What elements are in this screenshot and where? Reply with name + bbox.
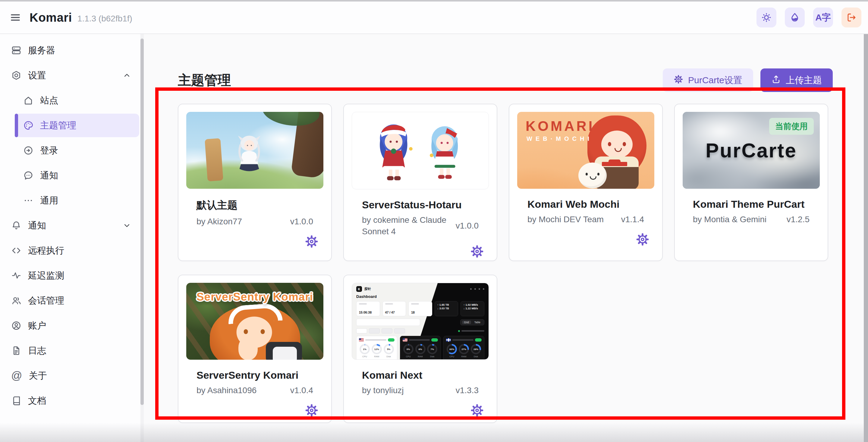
theme-settings-button[interactable]: [470, 244, 484, 258]
app-version: 1.1.3 (b62fb1f): [78, 14, 132, 24]
theme-preview-image: K探针Dashboard15:06:3847 / 4718↑ 1.65 TB↓ …: [352, 283, 489, 360]
mini-server-card: 60%CPU27%RAM28%Disk: [443, 336, 484, 360]
mini-stat-card: 18: [408, 301, 432, 316]
upload-theme-button[interactable]: 上传主题: [761, 68, 833, 92]
mini-view-toggle: GridTable: [460, 319, 484, 325]
mini-stat-card: ↑ 1.02 MB/s↓ 1.22 MB/s: [461, 301, 484, 316]
theme-card: ServerSentry KomariServerSentry Komariby…: [178, 275, 332, 423]
sidebar-item-label: 站点: [40, 94, 58, 107]
mini-server-card: 0%CPU6%RAM7%Disk: [400, 336, 441, 360]
sidebar-nav: 服务器设置站点主题管理登录通知通用通知远程执行延迟监测会话管理账户日志@关于文档: [0, 34, 144, 412]
theme-light-button[interactable]: [756, 7, 776, 27]
theme-title: ServerSentry Komari: [196, 369, 313, 381]
at-icon: @: [11, 370, 22, 381]
sidebar-item-latency-monitoring[interactable]: 延迟监测: [4, 264, 139, 287]
mini-dashboard-title: Dashboard: [356, 294, 484, 299]
flag-icon: [403, 338, 407, 342]
theme-card: PurCarte当前使用Komari Theme PurCartby Monti…: [674, 104, 828, 261]
theme-preview-image: PurCarte当前使用: [683, 112, 820, 189]
theme-preview-image: KOMARIWEB·MOCHI: [517, 112, 654, 189]
page-header-row: 主题管理 PurCarte设置 上传主题: [178, 68, 833, 92]
theme-author: by Akizon77: [196, 216, 287, 227]
theme-version: v1.0.4: [290, 386, 313, 395]
theme-preview-image: ServerSentry Komari: [186, 283, 323, 360]
sidebar-item-label: 日志: [28, 345, 46, 357]
anime-girl-illustration: [231, 133, 267, 178]
main-content: 主题管理 PurCarte设置 上传主题 默认主题by Akizon77v1.0…: [144, 34, 868, 442]
theme-preview-image: [186, 112, 323, 189]
purcarte-settings-label: PurCarte设置: [688, 74, 742, 87]
mini-logo: K: [356, 286, 362, 292]
sidebar-item-label: 账户: [28, 320, 46, 332]
decor: [609, 159, 621, 166]
sidebar-item-label: 登录: [40, 144, 58, 157]
sidebar-item-about[interactable]: @关于: [4, 364, 139, 387]
online-badge: [431, 338, 438, 342]
menu-button[interactable]: [7, 9, 24, 26]
sidebar-item-label: 远程执行: [28, 244, 64, 257]
login-icon: [23, 145, 33, 155]
sidebar-item-docs[interactable]: 文档: [4, 389, 139, 412]
theme-settings-button[interactable]: [636, 232, 650, 246]
online-badge: [475, 338, 482, 342]
sidebar-item-remote-execution[interactable]: 远程执行: [4, 239, 139, 262]
sidebar-item-site[interactable]: 站点: [15, 89, 139, 112]
server-icon: [11, 45, 22, 56]
sidebar-item-label: 通知: [40, 170, 58, 182]
theme-settings-button[interactable]: [470, 404, 484, 417]
upload-theme-label: 上传主题: [786, 74, 822, 87]
language-button[interactable]: A字: [813, 7, 833, 27]
theme-settings-button[interactable]: [305, 235, 318, 248]
theme-version: v1.2.5: [786, 215, 809, 224]
preview-subtitle-text: WEB·MOCHI: [527, 136, 592, 142]
theme-preview-image: [352, 112, 489, 189]
main-scrollbar[interactable]: [864, 34, 868, 442]
decor: [470, 288, 484, 290]
theme-card: K探针Dashboard15:06:3847 / 4718↑ 1.65 TB↓ …: [343, 275, 497, 423]
sidebar-item-logs[interactable]: 日志: [4, 339, 139, 362]
activity-icon: [11, 270, 22, 281]
mini-stat-card: 47 / 47: [382, 301, 406, 316]
sidebar-item-login[interactable]: 登录: [15, 139, 139, 162]
sidebar-scrollbar[interactable]: [141, 34, 144, 442]
color-appearance-button[interactable]: [785, 7, 805, 27]
page-title: 主题管理: [178, 71, 231, 89]
home-icon: [23, 95, 33, 106]
theme-version: v1.3.3: [456, 386, 478, 395]
chibi-girls-illustration: [352, 112, 489, 189]
sidebar-item-session-management[interactable]: 会话管理: [4, 289, 139, 312]
drop-icon: [789, 12, 800, 23]
flag-icon: [446, 338, 451, 342]
theme-title: Komari Theme PurCart: [693, 198, 809, 210]
sidebar-item-label: 关于: [29, 370, 47, 382]
log-icon: [11, 346, 22, 356]
decor: [205, 138, 223, 181]
sidebar-item-notifications[interactable]: 通知: [4, 214, 139, 237]
mini-stat-card: ↑ 1.65 TB↓ 3.03 TB: [435, 301, 458, 316]
settings-icon: [11, 70, 22, 81]
sidebar-item-label: 通知: [28, 219, 46, 232]
theme-author: by cokemine & Claude Sonnet 4: [362, 214, 453, 237]
mini-stat-card: 15:06:38: [356, 301, 380, 316]
logout-button[interactable]: [841, 7, 861, 27]
sidebar-item-account[interactable]: 账户: [4, 314, 139, 337]
sidebar-item-label: 延迟监测: [28, 269, 64, 282]
logout-icon: [846, 12, 857, 23]
users-icon: [11, 295, 22, 306]
theme-settings-button[interactable]: [305, 404, 318, 417]
sidebar-item-theme-management[interactable]: 主题管理: [15, 114, 139, 137]
theme-title: Komari Web Mochi: [527, 198, 644, 210]
decor: [239, 337, 258, 360]
theme-card: ServerStatus-Hotaruby cokemine & Claude …: [343, 104, 497, 261]
purcarte-settings-button[interactable]: PurCarte设置: [663, 68, 753, 92]
theme-version: v1.1.4: [621, 215, 644, 224]
theme-author: by Mochi DEV Team: [527, 214, 618, 225]
sidebar-item-notification-settings[interactable]: 通知: [15, 164, 139, 187]
code-icon: [11, 245, 22, 256]
app-window: Komari 1.1.3 (b62fb1f) A字 服务器设置站点主题管理登录通…: [0, 0, 868, 442]
online-badge: [388, 338, 395, 342]
decor: [273, 347, 297, 360]
sidebar-item-servers[interactable]: 服务器: [4, 38, 139, 62]
sidebar-item-settings[interactable]: 设置: [4, 64, 139, 87]
sidebar-item-general[interactable]: 通用: [15, 189, 139, 212]
